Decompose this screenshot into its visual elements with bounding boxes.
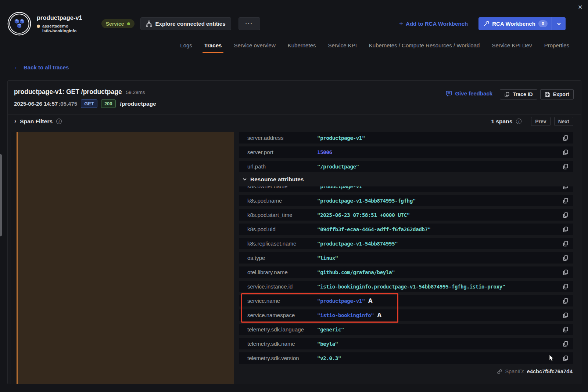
tab-label: Kubernetes / Compute Resources / Workloa… (369, 42, 480, 48)
entity-header: productpage-v1 assertsdemo istio-booking… (7, 12, 260, 36)
info-icon[interactable]: i (516, 119, 521, 124)
copy-icon[interactable] (563, 327, 569, 333)
env-dot-icon (37, 25, 40, 28)
attribute-row-otel-library-name: otel.library.name "github.com/grafana/be… (239, 266, 573, 278)
copy-icon[interactable] (563, 241, 569, 247)
chevron-down-icon (243, 177, 247, 182)
tab-service-overview[interactable]: Service overview (234, 42, 275, 53)
tab-logs[interactable]: Logs (180, 42, 192, 53)
tab-service-kpi-dev[interactable]: Service KPI Dev (492, 42, 532, 53)
plus-icon: + (399, 20, 403, 28)
explore-connected-entities-button[interactable]: Explore connected entities (140, 17, 231, 30)
copy-icon[interactable] (563, 312, 569, 318)
env-name: assertsdemo (42, 24, 76, 29)
attribute-value: "productpage-v1" (317, 186, 365, 189)
attribute-row-k8s-pod-name: k8s.pod.name "productpage-v1-54bb874995-… (239, 195, 573, 206)
attribute-key: service.namespace (247, 312, 317, 318)
copy-icon[interactable] (563, 198, 569, 204)
service-type-badge: Service (101, 19, 135, 28)
next-span-button[interactable]: Next (554, 117, 573, 126)
tab-label: Kubernetes (288, 42, 316, 48)
tab-label: Service overview (234, 42, 275, 48)
attribute-value: "beyla" (317, 341, 338, 347)
trace-id-button[interactable]: Trace ID (500, 89, 537, 99)
export-button[interactable]: Export (540, 89, 574, 99)
chevron-down-icon (557, 22, 561, 26)
attribute-key: k8s.pod.name (247, 197, 317, 204)
close-icon[interactable]: × (576, 2, 585, 12)
copy-icon[interactable] (563, 341, 569, 347)
tab-service-kpi[interactable]: Service KPI (328, 42, 356, 53)
sitemap-icon (146, 21, 152, 27)
clipped-attribute-row: k8s.owner.name "productpage-v1" (239, 186, 573, 192)
attribute-row-server-address: server.address "productpage-v1" (239, 132, 573, 144)
tab-properties[interactable]: Properties (544, 42, 569, 53)
copy-icon[interactable] (563, 284, 569, 290)
attribute-row-service-namespace: service.namespace "istio-bookinginfo" A (239, 309, 573, 321)
copy-icon[interactable] (563, 212, 569, 218)
copy-icon[interactable] (563, 269, 569, 275)
span-id-label: SpanID: (505, 369, 524, 374)
attribute-row-service-name: service.name "productpage-v1" A (239, 295, 573, 306)
trace-path: /productpage (120, 101, 156, 107)
copy-icon[interactable] (563, 186, 569, 189)
info-icon[interactable]: i (56, 119, 62, 124)
environment-labels: assertsdemo istio-bookinginfo (42, 24, 76, 33)
copy-icon[interactable] (563, 164, 569, 170)
service-logo-icon (7, 12, 31, 36)
copy-icon[interactable] (563, 149, 569, 155)
attribute-row-k8s-replicaset-name: k8s.replicaset.name "productpage-v1-54bb… (239, 238, 573, 249)
attribute-value: "productpage-v1" (317, 298, 365, 304)
copy-icon[interactable] (563, 135, 569, 141)
tab-label: Service KPI (328, 42, 356, 48)
attribute-key: telemetry.sdk.version (247, 355, 317, 361)
tab-kubernetes[interactable]: Kubernetes (288, 42, 316, 53)
health-dot-icon (127, 22, 130, 25)
copy-icon[interactable] (563, 226, 569, 232)
workbench-dropdown-toggle[interactable] (552, 17, 566, 30)
asserts-a-icon: A (368, 298, 373, 304)
trace-title: productpage-v1: GET /productpage (14, 88, 122, 96)
namespace-name: istio-bookinginfo (42, 29, 76, 33)
tab-label: Service KPI Dev (492, 42, 532, 48)
back-to-all-traces-link[interactable]: ← Back to all traces (14, 63, 69, 71)
more-options-button[interactable]: ··· (239, 17, 260, 30)
attribute-row-url-path: url.path "/productpage" (239, 161, 573, 172)
copy-icon[interactable] (563, 298, 569, 304)
selected-span-timeline[interactable] (11, 132, 234, 384)
copy-icon (504, 92, 510, 97)
attribute-key: k8s.pod.uid (247, 226, 317, 232)
resource-attributes-header[interactable]: Resource attributes (239, 175, 573, 184)
tab-label: Traces (204, 42, 222, 48)
attribute-value: "v2.0.3" (317, 355, 341, 361)
attribute-row-server-port: server.port 15006 (239, 146, 573, 158)
rca-workbench-button[interactable]: RCA Workbench 0 (478, 17, 566, 30)
http-method-badge: GET (81, 99, 97, 108)
left-scrollbar[interactable] (0, 154, 2, 236)
span-filters-toggle[interactable]: › Span Filters i (14, 118, 62, 125)
copy-icon[interactable] (563, 255, 569, 261)
prev-span-button[interactable]: Prev (531, 117, 550, 126)
trace-timestamp-fraction: :05.475 (58, 101, 77, 107)
add-to-rca-workbench-link[interactable]: + Add to RCA Workbench (399, 17, 468, 30)
service-type-label: Service (106, 21, 124, 27)
http-status-badge: 200 (101, 99, 116, 108)
link-icon (497, 369, 502, 374)
arrow-left-icon: ← (14, 63, 20, 71)
tabs: LogsTracesService overviewKubernetesServ… (180, 42, 569, 53)
give-feedback-link[interactable]: Give feedback (446, 89, 492, 97)
attribute-row-k8s-owner-name: k8s.owner.name "productpage-v1" (239, 186, 573, 192)
attribute-row-telemetry-sdk-language: telemetry.sdk.language "generic" (239, 324, 573, 335)
attribute-key: telemetry.sdk.language (247, 326, 317, 333)
attribute-value: "istio-bookinginfo.productpage-v1-54bb87… (317, 284, 505, 290)
tab-kubernetes-compute-resources-workload[interactable]: Kubernetes / Compute Resources / Workloa… (369, 42, 480, 53)
attribute-value: "productpage-v1" (317, 135, 365, 141)
copy-icon[interactable] (563, 355, 569, 361)
attribute-value: "/productpage" (317, 164, 359, 170)
cubes-glyph (15, 19, 24, 28)
attribute-key: url.path (247, 163, 317, 170)
tab-traces[interactable]: Traces (204, 42, 222, 53)
attribute-row-service-instance-id: service.instance.id "istio-bookinginfo.p… (239, 281, 573, 292)
workbench-button-label: RCA Workbench (492, 21, 535, 27)
comment-icon (446, 90, 452, 97)
